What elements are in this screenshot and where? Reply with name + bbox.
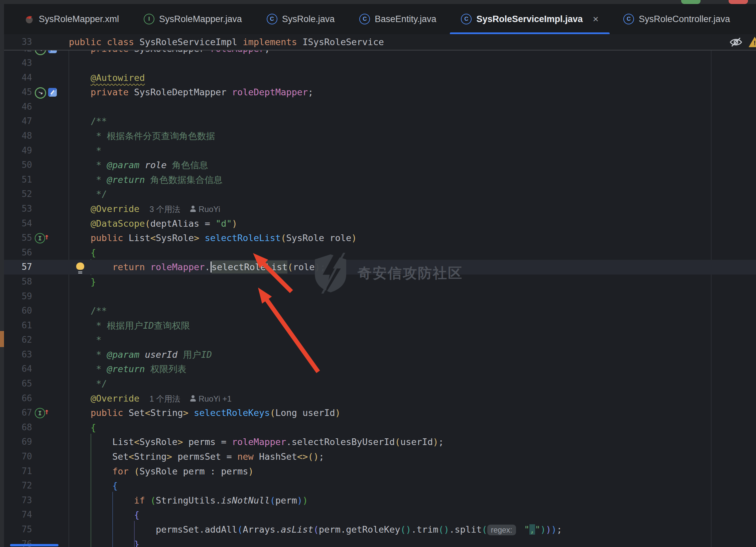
line-number[interactable]: 74 (4, 508, 32, 522)
code-text[interactable]: { (69, 245, 96, 260)
code-text[interactable]: permsSet.addAll(Arrays.asList(perm.getRo… (69, 522, 562, 538)
line-number[interactable]: 43 (4, 56, 32, 71)
code-text[interactable]: /** (69, 114, 107, 129)
code-text[interactable]: * (69, 333, 102, 347)
code-text[interactable]: * @param role 角色信息 (69, 158, 208, 173)
code-token: , (529, 524, 535, 535)
code-token: } (134, 539, 139, 547)
line-number[interactable]: 48 (4, 129, 32, 143)
line-number[interactable]: 45 (4, 85, 32, 100)
code-text[interactable]: @DataScope(deptAlias = "d") (69, 216, 237, 231)
code-token: * (96, 175, 107, 185)
code-text[interactable]: @Autowired (69, 71, 145, 85)
line-number[interactable]: 42 (4, 50, 32, 56)
code-text[interactable]: * 根据用户ID查询权限 (69, 318, 190, 333)
code-text[interactable]: public List<SysRole> selectRoleList(SysR… (69, 231, 357, 245)
line-number[interactable]: 57 (4, 260, 32, 275)
line-number[interactable]: 60 (4, 304, 32, 318)
tab-SysRoleServiceImpl.java[interactable]: CSysRoleServiceImpl.java× (449, 4, 611, 34)
tab-SysRoleController.java[interactable]: CSysRoleController.java (611, 4, 742, 34)
code-text[interactable]: * @return 权限列表 (69, 362, 186, 376)
visibility-off-icon[interactable] (729, 37, 743, 49)
line-number[interactable]: 73 (4, 493, 32, 508)
code-token: SysRoleServiceImpl (134, 37, 243, 47)
inspection-warning-icon[interactable]: ! (749, 37, 756, 47)
code-text[interactable]: * 根据条件分页查询角色数据 (69, 129, 215, 143)
line-number[interactable]: 75 (4, 522, 32, 537)
tab-SysRoleMapper.xml[interactable]: SysRoleMapper.xml (13, 4, 131, 34)
code-text[interactable]: @Override1 个用法RuoYi +1 (69, 391, 232, 406)
code-text[interactable]: List<SysRole> perms = roleMapper.selectR… (69, 435, 444, 449)
line-number[interactable]: 66 (4, 391, 32, 406)
line-number[interactable]: 47 (4, 114, 32, 129)
horizontal-scrollbar-thumb[interactable] (10, 544, 58, 546)
code-token: permsSet = (172, 451, 237, 462)
code-text[interactable]: return roleMapper.selectRoleList(role); (69, 260, 326, 275)
code-token: return (112, 262, 145, 272)
red-pill[interactable] (729, 0, 748, 4)
line-number[interactable]: 62 (4, 333, 32, 347)
code-text[interactable]: if (StringUtils.isNotNull(perm)) (69, 493, 308, 508)
code-text[interactable]: * (69, 143, 102, 158)
line-number[interactable]: 52 (4, 187, 32, 202)
mapper-statement-icon[interactable] (48, 50, 57, 53)
code-text[interactable]: { (69, 420, 96, 435)
tab-SysRole.java[interactable]: CSysRole.java (254, 4, 347, 34)
line-number[interactable]: 53 (4, 202, 32, 216)
code-token: ; (308, 87, 313, 97)
line-number[interactable]: 68 (4, 420, 32, 435)
person-icon (190, 395, 196, 402)
implements-method-icon[interactable]: I↑ (35, 408, 45, 418)
code-text[interactable]: @Override3 个用法RuoYi (69, 202, 220, 217)
line-number[interactable]: 61 (4, 318, 32, 333)
line-number[interactable]: 63 (4, 347, 32, 362)
line-number[interactable]: 70 (4, 449, 32, 464)
code-text[interactable]: Set<String> permsSet = new HashSet<>(); (69, 449, 324, 464)
line-number[interactable]: 50 (4, 158, 32, 173)
code-token: asList (281, 524, 313, 535)
code-text[interactable]: */ (69, 187, 107, 202)
code-text[interactable]: * @param userId 用户ID (69, 347, 212, 362)
line-number[interactable]: 65 (4, 376, 32, 391)
tab-BaseEntity.java[interactable]: CBaseEntity.java (347, 4, 449, 34)
code-text[interactable]: { (69, 478, 118, 493)
code-text[interactable]: /** (69, 304, 107, 318)
line-number[interactable]: 54 (4, 216, 32, 231)
tab-bar[interactable]: SysRoleMapper.xmlISysRoleMapper.javaCSys… (4, 4, 756, 34)
line-number[interactable]: 46 (4, 100, 32, 114)
code-token: ID (201, 349, 212, 360)
autowired-navigate-icon[interactable]: → (35, 50, 46, 55)
line-number[interactable]: 56 (4, 245, 32, 260)
line-number[interactable]: 72 (4, 478, 32, 493)
tab-SysRoleMapper.java[interactable]: ISysRoleMapper.java (131, 4, 254, 34)
code-token: ( (270, 495, 275, 506)
line-number[interactable]: 64 (4, 362, 32, 376)
implements-method-icon[interactable]: I↑ (35, 233, 45, 243)
person-icon (190, 206, 196, 212)
line-number[interactable]: 71 (4, 464, 32, 479)
code-text[interactable]: for (SysRole perm : perms) (69, 464, 254, 479)
code-token: Set (112, 451, 129, 462)
code-text[interactable]: private SysRoleMapper roleMapper; (69, 50, 270, 56)
code-token: private (91, 87, 129, 97)
line-number[interactable]: 59 (4, 289, 32, 304)
line-number[interactable]: 58 (4, 275, 32, 289)
editor-surface[interactable]: 42→private SysRoleMapper roleMapper; 434… (4, 50, 756, 547)
line-number[interactable]: 44 (4, 71, 32, 85)
line-number[interactable]: 49 (4, 143, 32, 158)
green-pill[interactable] (681, 0, 701, 4)
line-number[interactable]: 69 (4, 435, 32, 449)
line-number[interactable]: 55 (4, 231, 32, 245)
mapper-statement-icon[interactable] (48, 88, 57, 97)
code-text[interactable]: * @return 角色数据集合信息 (69, 173, 223, 187)
code-text[interactable]: */ (69, 376, 107, 391)
line-number[interactable]: 51 (4, 173, 32, 187)
code-text[interactable]: { (69, 508, 139, 522)
code-text[interactable]: } (69, 537, 139, 547)
code-text[interactable]: private SysRoleDeptMapper roleDeptMapper… (69, 85, 313, 100)
code-text[interactable]: } (69, 275, 96, 289)
close-icon[interactable]: × (593, 14, 599, 24)
code-text[interactable]: public Set<String> selectRoleKeys(Long u… (69, 406, 341, 420)
line-number[interactable]: 67 (4, 406, 32, 420)
autowired-navigate-icon[interactable]: → (35, 87, 46, 99)
